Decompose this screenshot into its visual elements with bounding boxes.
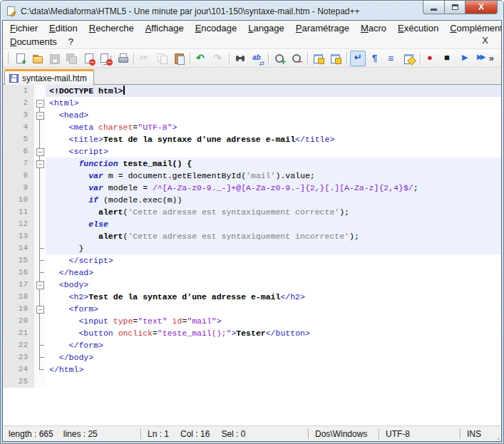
find-button[interactable] <box>232 51 248 66</box>
menu-langage[interactable]: Langage <box>242 21 290 35</box>
code-text[interactable]: var modele = /^[A-Za-z0-9._-]+@[A-Za-z0-… <box>46 182 501 194</box>
fold-toggle[interactable] <box>34 109 46 121</box>
close-icon: X <box>478 2 484 12</box>
maximize-button[interactable] <box>444 1 466 14</box>
menu-encodage[interactable]: Encodage <box>190 21 243 35</box>
token-kw: else <box>88 220 108 229</box>
sync-horizontal-button[interactable] <box>328 51 344 66</box>
code-text[interactable]: function teste_mail() { <box>46 158 501 170</box>
code-text[interactable]: <html> <box>46 97 501 109</box>
line-number: 18 <box>3 291 34 303</box>
sync-vertical-button[interactable] <box>311 51 326 66</box>
code-line: 22 </form> <box>3 339 501 351</box>
token-str: 'Cette adresse est syntaxiquement correc… <box>128 207 339 217</box>
status-bar: length : 665 lines : 25 Ln : 1 Col : 16 … <box>3 425 501 441</box>
word-wrap-button[interactable] <box>350 51 366 66</box>
code-text[interactable]: <script> <box>46 145 501 158</box>
code-text[interactable]: <head> <box>46 109 501 121</box>
close-button[interactable]: X <box>466 1 498 14</box>
menu-documents[interactable]: Documents <box>4 35 63 48</box>
token-p <box>49 171 88 180</box>
run-macro-multiple-button[interactable] <box>475 51 490 66</box>
menu-recherche[interactable]: Recherche <box>83 21 140 35</box>
code-editor[interactable]: 1<!DOCTYPE html>2<html>3 <head>4 <meta c… <box>3 85 501 425</box>
print-button[interactable] <box>115 51 130 66</box>
zoom-in-button[interactable] <box>272 51 287 66</box>
line-number: 24 <box>3 363 34 376</box>
menu-excution[interactable]: Exécution <box>392 21 444 35</box>
line-number: 3 <box>3 109 34 121</box>
show-all-chars-button[interactable] <box>367 51 383 66</box>
code-text[interactable]: </html> <box>46 363 501 376</box>
fold-toggle[interactable] <box>34 279 46 291</box>
token-tag: <title> <box>69 135 103 144</box>
code-text[interactable]: alert('Cette adresse est syntaxiquement … <box>46 230 501 242</box>
line-number: 5 <box>3 133 34 145</box>
menu-paramtrage[interactable]: Paramétrage <box>290 21 355 35</box>
code-text[interactable]: </form> <box>46 339 501 351</box>
code-text[interactable]: <meta charset="UTF-8"> <box>46 121 501 133</box>
code-text[interactable]: <title>Test de la syntaxe d'une adresse … <box>46 133 501 145</box>
toolbar-grip[interactable] <box>6 52 9 64</box>
toolbar-overflow-chevron-icon[interactable]: » <box>489 53 494 63</box>
code-text[interactable]: <h2>Test de la syntaxe d'une adresse e-m… <box>46 291 501 303</box>
new-file-button[interactable] <box>12 51 28 66</box>
play-macro-button[interactable] <box>458 51 473 66</box>
fold-toggle[interactable] <box>34 303 46 315</box>
code-text[interactable]: <!DOCTYPE html> <box>46 85 501 97</box>
code-text[interactable]: </head> <box>46 267 501 279</box>
code-line: 24</html> <box>3 363 501 376</box>
fold-margin <box>34 254 46 267</box>
replace-button[interactable] <box>250 51 265 66</box>
open-file-button[interactable] <box>29 51 45 66</box>
line-number: 16 <box>3 267 34 279</box>
close-file-button[interactable] <box>81 51 96 66</box>
stop-macro-button[interactable] <box>441 51 456 66</box>
minimize-button[interactable] <box>423 1 444 14</box>
token-txt: Tester <box>236 329 265 338</box>
tab-syntaxe-mail[interactable]: syntaxe-mail.htm <box>4 69 94 85</box>
status-encoding[interactable]: UTF-8 <box>380 426 460 441</box>
code-text[interactable]: </body> <box>46 351 501 363</box>
token-tag: > <box>217 316 222 326</box>
close-all-button[interactable] <box>98 51 113 66</box>
menu-edition[interactable]: Edition <box>43 21 83 35</box>
code-text[interactable]: <button onclick="teste_mail();">Tester</… <box>46 327 501 339</box>
status-typing-mode[interactable]: INS <box>461 426 490 441</box>
fold-toggle[interactable] <box>34 97 46 109</box>
token-p <box>49 316 78 326</box>
code-text[interactable]: } <box>46 242 501 254</box>
fold-toggle[interactable] <box>34 145 46 158</box>
record-macro-button[interactable] <box>423 51 439 66</box>
zoom-out-button[interactable] <box>289 51 304 66</box>
menubar-close-document-button[interactable]: X <box>479 35 491 46</box>
paste-button[interactable] <box>171 51 187 66</box>
code-text[interactable]: <form> <box>46 303 501 315</box>
indent-guide-button[interactable] <box>384 51 400 66</box>
saved-file-icon <box>9 74 19 83</box>
menu-macro[interactable]: Macro <box>355 21 392 35</box>
code-text[interactable]: <body> <box>46 279 501 291</box>
token-regex: /^[A-Za-z0-9._-]+@[A-Za-z0-9.-]{2,}[.][A… <box>153 183 413 192</box>
code-line: 8 var m = document.getElementById('mail'… <box>3 170 501 182</box>
line-number: 1 <box>3 85 34 97</box>
status-eol-format[interactable]: Dos\Windows <box>309 426 379 441</box>
undo-button[interactable] <box>193 51 209 66</box>
menu-complments[interactable]: Compléments <box>444 21 502 35</box>
menu-?[interactable]: ? <box>63 35 79 48</box>
code-text[interactable] <box>46 376 501 388</box>
doc-map-button[interactable] <box>401 51 417 66</box>
code-text[interactable]: else <box>46 218 501 230</box>
fold-toggle[interactable] <box>34 158 46 170</box>
menu-affichage[interactable]: Affichage <box>140 21 190 35</box>
token-fn: teste_mail() { <box>118 159 192 168</box>
code-text[interactable]: var m = document.getElementById('mail').… <box>46 170 501 182</box>
code-text[interactable]: </script> <box>46 254 501 267</box>
code-text[interactable]: <input type="text" id="mail"> <box>46 315 501 327</box>
resize-grip[interactable] <box>490 431 500 441</box>
line-number: 12 <box>3 218 34 230</box>
code-text[interactable]: if (modele.exec(m)) <box>46 194 501 206</box>
code-text[interactable]: alert('Cette adresse est syntaxiquement … <box>46 206 501 218</box>
toolbar-separator <box>229 52 230 64</box>
menu-fichier[interactable]: Fichier <box>4 21 43 35</box>
